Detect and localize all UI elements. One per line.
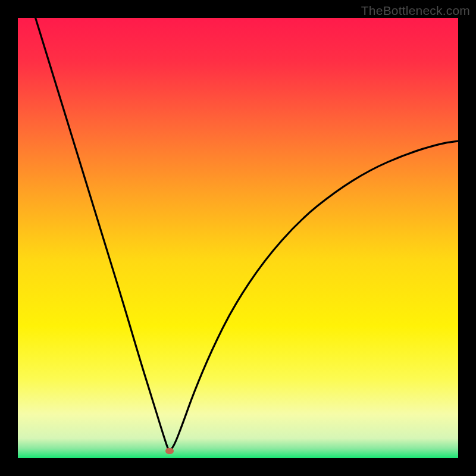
watermark-text: TheBottleneck.com — [361, 4, 470, 18]
optimal-point-marker — [165, 448, 174, 454]
chart-frame — [18, 18, 458, 458]
bottleneck-curve — [18, 18, 458, 458]
